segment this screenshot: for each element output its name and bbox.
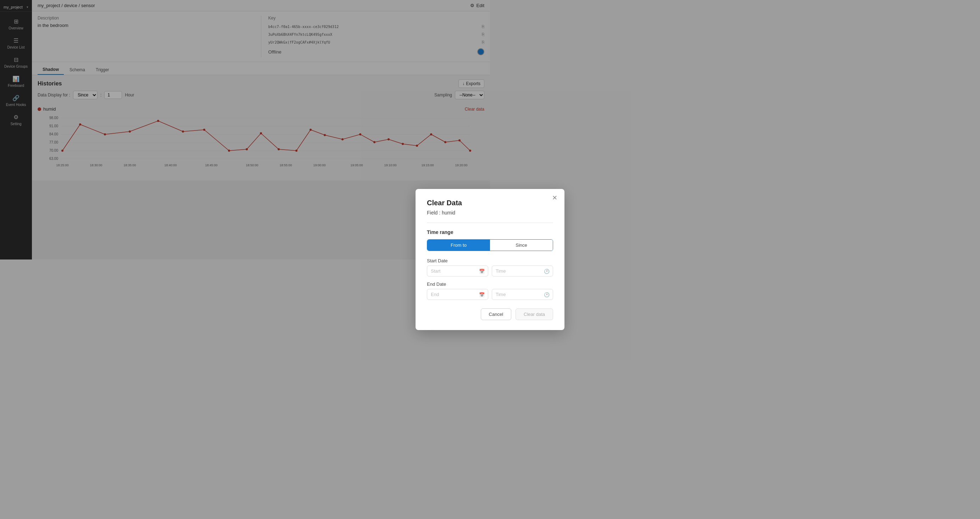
- clear-data-modal: ✕ Clear Data Field : humid Time range Fr…: [415, 189, 490, 260]
- time-range-label: Time range: [427, 229, 490, 235]
- modal-title: Clear Data: [427, 199, 490, 207]
- modal-divider: [427, 223, 490, 223]
- start-date-label: Start Date: [427, 258, 490, 260]
- time-range-toggle: From to Since: [427, 239, 490, 251]
- modal-overlay[interactable]: ✕ Clear Data Field : humid Time range Fr…: [0, 0, 490, 260]
- from-to-button[interactable]: From to: [427, 240, 490, 251]
- modal-field-label: Field : humid: [427, 210, 490, 215]
- start-date-group: Start Date 📅 🕐: [427, 258, 490, 260]
